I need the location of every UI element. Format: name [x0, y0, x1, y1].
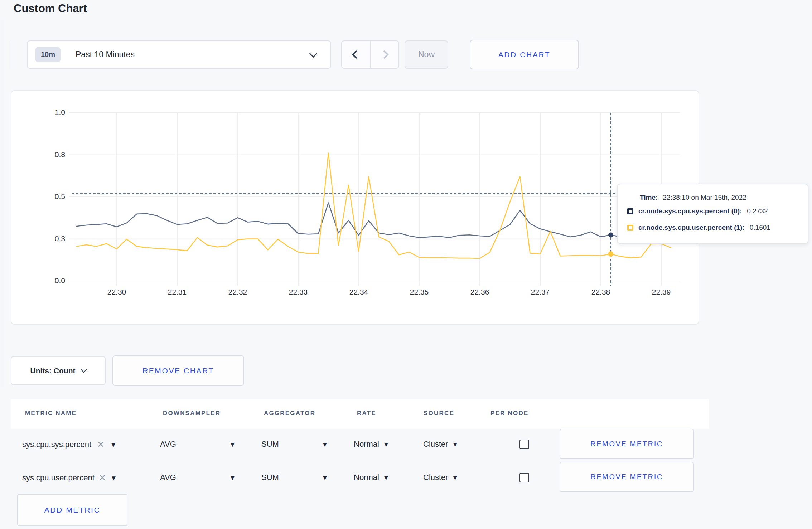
now-button-label: Now: [418, 50, 435, 59]
x-tick-label: 22:33: [282, 288, 314, 296]
y-tick-label: 0.0: [44, 276, 65, 285]
downsampler-select[interactable]: AVG: [160, 440, 176, 449]
page-left-rule: [3, 20, 3, 387]
caret-down-icon[interactable]: ▼: [322, 474, 328, 481]
tooltip-series-value: 0.1601: [750, 224, 770, 232]
metric-name-dropdown[interactable]: sys.cpu.user.percent ✕ ▼: [22, 473, 117, 483]
series-line: [76, 153, 671, 258]
x-tick-label: 22:39: [645, 288, 677, 296]
caret-down-icon[interactable]: ▼: [229, 441, 236, 448]
time-range-label: Past 10 Minutes: [76, 50, 135, 59]
col-header-source: SOURCE: [424, 410, 454, 417]
chevron-down-icon: [81, 367, 87, 373]
downsampler-select[interactable]: AVG: [160, 473, 176, 482]
close-icon[interactable]: ✕: [97, 440, 104, 450]
tooltip-time-row: Time: 22:38:10 on Mar 15th, 2022: [640, 191, 808, 204]
crosshair-point-user: [608, 251, 614, 257]
remove-metric-button[interactable]: REMOVE METRIC: [560, 429, 694, 459]
x-tick-label: 22:32: [222, 288, 254, 296]
now-button[interactable]: Now: [405, 40, 448, 69]
metric-name: sys.cpu.sys.percent: [22, 440, 91, 449]
caret-down-icon: ▼: [452, 474, 459, 481]
x-tick-label: 22:37: [524, 288, 556, 296]
caret-down-icon[interactable]: ▼: [322, 441, 328, 448]
x-tick-label: 22:31: [161, 288, 193, 296]
source-value: Cluster: [423, 473, 448, 482]
caret-down-icon[interactable]: ▼: [229, 474, 236, 481]
caret-down-icon[interactable]: ▼: [110, 475, 117, 481]
crosshair-point-sys: [608, 233, 613, 238]
per-node-checkbox[interactable]: [519, 440, 529, 449]
col-header-per-node: PER NODE: [490, 410, 528, 417]
y-tick-label: 1.0: [44, 108, 65, 117]
chevron-left-icon: [352, 50, 360, 59]
y-tick-label: 0.8: [44, 150, 65, 159]
chevron-down-icon: [309, 49, 318, 58]
x-tick-label: 22:38: [585, 288, 617, 296]
source-select[interactable]: Cluster ▼: [423, 473, 459, 482]
metric-name: sys.cpu.user.percent: [22, 473, 95, 482]
nav-divider: [370, 41, 371, 68]
series-swatch-user: [627, 225, 633, 231]
tooltip-time-value: 22:38:10 on Mar 15th, 2022: [663, 194, 746, 202]
per-node-checkbox[interactable]: [519, 473, 529, 482]
source-value: Cluster: [423, 440, 448, 449]
chevron-right-icon: [380, 50, 388, 59]
tooltip-time-label: Time:: [640, 194, 658, 202]
aggregator-select[interactable]: SUM: [261, 440, 279, 449]
tooltip-series-value: 0.2732: [747, 207, 768, 215]
time-nav-group: [341, 40, 399, 69]
x-tick-label: 22:34: [343, 288, 375, 296]
col-header-aggregator: AGGREGATOR: [264, 410, 315, 417]
source-select[interactable]: Cluster ▼: [423, 440, 459, 449]
remove-metric-button[interactable]: REMOVE METRIC: [560, 462, 694, 492]
page-title: Custom Chart: [14, 2, 87, 15]
tooltip-series-label: cr.node.sys.cpu.sys.percent (0):: [638, 207, 742, 215]
units-dropdown[interactable]: Units: Count: [11, 356, 106, 385]
aggregator-select[interactable]: SUM: [261, 473, 279, 482]
time-window-badge: 10m: [35, 47, 61, 62]
y-tick-label: 0.3: [44, 234, 65, 243]
series-swatch-sys: [627, 208, 633, 214]
caret-down-icon: ▼: [383, 474, 390, 481]
x-tick-label: 22:36: [464, 288, 496, 296]
toolbar-left-rule: [11, 40, 11, 69]
caret-down-icon[interactable]: ▼: [110, 441, 117, 448]
close-icon[interactable]: ✕: [99, 473, 106, 483]
tooltip-series-label: cr.node.sys.cpu.user.percent (1):: [638, 224, 745, 232]
metric-name-dropdown[interactable]: sys.cpu.sys.percent ✕ ▼: [22, 440, 117, 450]
rate-select[interactable]: Normal ▼: [354, 473, 390, 482]
caret-down-icon: ▼: [452, 441, 459, 448]
rate-value: Normal: [354, 440, 379, 449]
time-range-dropdown[interactable]: 10m Past 10 Minutes: [27, 40, 331, 69]
tooltip-series-row: cr.node.sys.cpu.sys.percent (0): 0.2732: [627, 205, 808, 217]
caret-down-icon: ▼: [383, 441, 390, 448]
units-label: Units: Count: [30, 367, 76, 375]
remove-chart-button[interactable]: REMOVE CHART: [112, 355, 244, 386]
rate-select[interactable]: Normal ▼: [354, 440, 390, 449]
prev-time-button[interactable]: [342, 41, 370, 68]
chart-tooltip: Time: 22:38:10 on Mar 15th, 2022 cr.node…: [617, 184, 808, 244]
x-tick-label: 22:35: [403, 288, 435, 296]
tooltip-series-row: cr.node.sys.cpu.user.percent (1): 0.1601: [627, 222, 808, 234]
add-chart-button[interactable]: ADD CHART: [470, 40, 579, 69]
col-header-metric-name: METRIC NAME: [25, 410, 77, 417]
x-tick-label: 22:30: [101, 288, 133, 296]
y-tick-label: 0.5: [44, 192, 65, 201]
add-metric-button[interactable]: ADD METRIC: [17, 494, 127, 526]
col-header-rate: RATE: [357, 410, 376, 417]
rate-value: Normal: [354, 473, 379, 482]
col-header-downsampler: DOWNSAMPLER: [163, 410, 221, 417]
next-time-button[interactable]: [370, 41, 398, 68]
